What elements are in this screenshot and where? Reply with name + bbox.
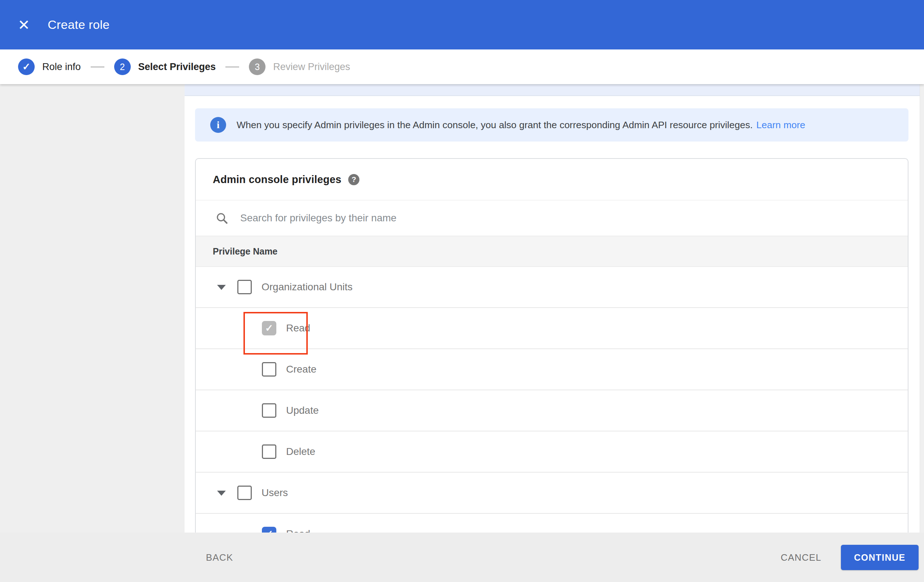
info-icon: i [210,117,226,133]
expand-triangle-icon[interactable] [217,491,226,496]
table-header-label: Privilege Name [213,246,277,257]
privilege-checkbox[interactable]: ✓ [262,444,276,459]
privilege-label: Create [286,364,317,375]
close-button[interactable]: ✕ [16,18,31,32]
check-icon: ✓ [22,62,31,72]
privilege-row: ✓ Read [196,308,908,349]
step-1-label: Role info [42,61,81,73]
privilege-label: Users [262,487,288,499]
privilege-row: ✓ Update [196,390,908,432]
checkmark-icon: ✓ [265,323,274,333]
step-role-info[interactable]: ✓ Role info [18,58,81,75]
privileges-table-body: ✓ Organizational Units ✓ Read ✓ Create ✓… [196,267,908,534]
card-header: Admin console privileges ? [196,159,908,200]
back-button-label: BACK [206,552,233,563]
privilege-label: Delete [286,446,315,457]
footer-bar: BACK CANCEL CONTINUE [0,533,924,582]
cancel-button-label: CANCEL [780,552,822,563]
cancel-button[interactable]: CANCEL [771,545,831,570]
privilege-checkbox[interactable]: ✓ [237,486,252,500]
step-review-privileges[interactable]: 3 Review Privileges [249,58,350,75]
step-separator [225,66,239,68]
stepper: ✓ Role info 2 Select Privileges 3 Review… [0,49,924,84]
step-3-number: 3 [255,62,260,72]
privilege-row: ✓ Organizational Units [196,267,908,308]
privilege-label: Read [286,322,310,334]
step-separator [91,66,104,68]
privileges-card: Admin console privileges ? Privilege Nam… [195,158,909,534]
info-banner-text: When you specify Admin privileges in the… [237,119,753,131]
step-select-privileges[interactable]: 2 Select Privileges [114,58,216,75]
privilege-label: Update [286,405,318,416]
step-3-label: Review Privileges [273,61,350,73]
card-title: Admin console privileges [213,174,342,186]
privilege-row: ✓ Read [196,514,908,534]
info-banner: i When you specify Admin privileges in t… [195,108,909,142]
learn-more-link[interactable]: Learn more [756,119,805,131]
step-3-circle: 3 [249,58,266,75]
dialog-header: ✕ Create role [0,0,924,49]
privilege-search[interactable] [196,200,908,236]
privilege-checkbox[interactable]: ✓ [262,321,276,335]
search-input[interactable] [239,212,819,224]
expand-triangle-icon[interactable] [217,285,226,290]
scrollbar[interactable] [920,84,924,533]
help-icon[interactable]: ? [348,174,360,185]
privilege-row: ✓ Users [196,473,908,514]
left-gutter-panel [0,84,185,582]
step-1-circle: ✓ [18,58,35,75]
privilege-checkbox[interactable]: ✓ [237,280,252,294]
privilege-checkbox[interactable]: ✓ [262,403,276,418]
search-icon [215,211,229,225]
step-2-label: Select Privileges [139,61,216,73]
privilege-label: Organizational Units [262,281,353,293]
dialog-title: Create role [48,18,110,32]
privilege-row: ✓ Create [196,349,908,390]
scrolled-tab-strip [185,84,920,96]
privilege-row: ✓ Delete [196,432,908,473]
step-2-circle: 2 [114,58,131,75]
close-icon: ✕ [18,18,30,32]
table-header-row: Privilege Name [196,236,908,267]
step-2-number: 2 [120,62,125,72]
privilege-checkbox[interactable]: ✓ [262,362,276,377]
continue-button[interactable]: CONTINUE [841,545,919,570]
back-button[interactable]: BACK [201,545,238,570]
create-role-dialog: ✕ Create role ✓ Role info 2 Select Privi… [0,0,924,582]
